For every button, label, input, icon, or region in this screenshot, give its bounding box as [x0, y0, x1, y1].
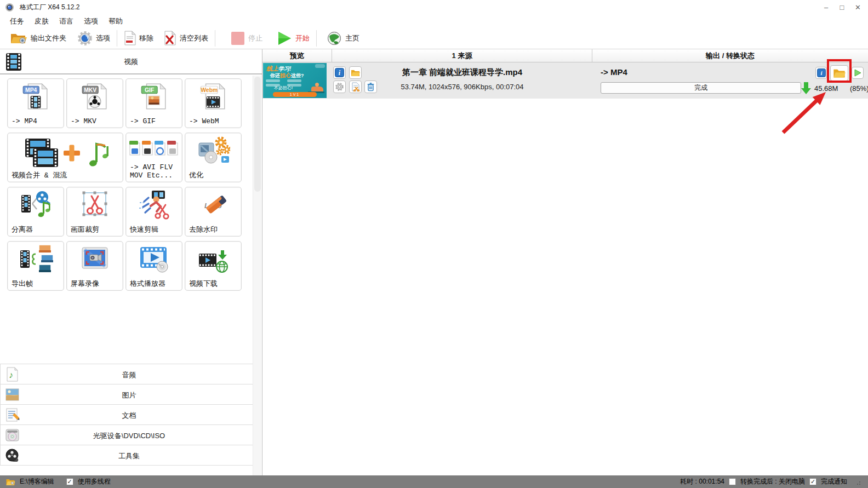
clear-list-button[interactable]: 清空列表 — [160, 29, 212, 47]
tool-to-mkv[interactable]: MKV -> MKV — [66, 78, 123, 128]
merge-film-music-icon — [13, 137, 117, 170]
sidebar-section-image[interactable]: 图片 — [0, 384, 258, 405]
toolbar-separator — [215, 30, 215, 47]
remove-label: 移除 — [139, 33, 153, 43]
tool-quick-clip[interactable]: 快速剪辑 — [125, 187, 182, 237]
tool-label: 去除水印 — [189, 226, 239, 234]
tool-screen-record[interactable]: 屏幕录像 — [66, 241, 123, 291]
shutdown-label: 转换完成后 : 关闭电脑 — [740, 477, 805, 486]
task-row[interactable]: 线上学习! 你还担心这些? 不必担心! 1V1 i — [262, 62, 868, 99]
output-path-label: E:\博客编辑 — [20, 477, 54, 486]
tool-optimize[interactable]: 优化 — [185, 133, 242, 182]
sidebar-scrollbar[interactable] — [253, 76, 261, 475]
tool-label: 分离器 — [12, 226, 61, 234]
menu-help[interactable]: 帮助 — [104, 15, 127, 27]
output-percent: (85%) — [850, 84, 868, 93]
sidebar-section-video[interactable]: 视频 — [0, 49, 262, 74]
tool-label: 视频合并 & 混流 — [12, 171, 121, 180]
sidebar-section-audio[interactable]: ♪ 音频 — [0, 364, 258, 384]
crop-scissors-icon — [79, 190, 111, 220]
tool-to-gif[interactable]: GIF -> GIF — [125, 78, 182, 128]
menu-options[interactable]: 选项 — [79, 15, 102, 27]
remove-button[interactable]: 移除 — [121, 29, 157, 47]
menubar: 任务 皮肤 语言 选项 帮助 — [0, 15, 868, 27]
category-list: ♪ 音频 图片 — [0, 364, 258, 466]
category-label: 文档 — [1, 411, 258, 421]
thumb-illustration — [315, 83, 319, 87]
toolbar-separator — [117, 30, 117, 47]
svg-text:MKV: MKV — [84, 87, 96, 93]
tool-export-frames[interactable]: 导出帧 — [7, 241, 64, 291]
statusbar: E:\博客编辑 ✓ 使用多线程 耗时 : 00:01:54 转换完成后 : 关闭… — [0, 475, 868, 488]
tool-label: 屏幕录像 — [71, 280, 121, 288]
tool-to-avi-flv-mov[interactable]: -> AVI FLV MOV Etc... — [125, 133, 182, 182]
resize-grip[interactable] — [855, 479, 860, 485]
play-icon — [854, 69, 861, 77]
options-button[interactable]: 选项 — [74, 29, 113, 48]
category-label: 音频 — [1, 370, 258, 380]
menu-language[interactable]: 语言 — [55, 15, 78, 27]
output-play-button[interactable] — [852, 67, 864, 79]
notify-checkbox[interactable]: ✓ — [809, 478, 816, 485]
tool-label: 快速剪辑 — [130, 226, 180, 234]
preview-thumbnail[interactable]: 线上学习! 你还担心这些? 不必担心! 1V1 — [263, 63, 327, 98]
scrollbar-thumb[interactable] — [254, 77, 261, 192]
menu-skin[interactable]: 皮肤 — [30, 15, 53, 27]
list-header: 预览 1 来源 输出 / 转换状态 — [262, 49, 868, 62]
tool-video-merge-mux[interactable]: 视频合并 & 混流 — [7, 133, 123, 182]
sidebar: 视频 MP4 -> MP4 — [0, 49, 262, 475]
sidebar-section-toolset[interactable]: 工具集 — [0, 445, 258, 466]
shutdown-checkbox[interactable] — [729, 478, 736, 485]
window-title: 格式工厂 X64 5.12.2 — [20, 3, 79, 12]
statusbar-folder-icon[interactable] — [5, 478, 15, 486]
output-folder-button[interactable]: 输出文件夹 — [7, 30, 70, 47]
logo-eraser-icon: Logo — [197, 190, 230, 220]
start-label: 开始 — [295, 33, 310, 43]
optimize-gears-icon — [196, 135, 230, 166]
tool-to-webm[interactable]: Webm -> WebM — [185, 78, 242, 128]
tool-remove-watermark[interactable]: Logo 去除水印 — [185, 187, 242, 237]
tool-label: -> MKV — [71, 117, 121, 125]
clear-list-icon — [163, 31, 176, 45]
output-info-button[interactable]: i — [815, 67, 827, 79]
source-filename: 第一章 前端就业班课程导学.mp4 — [332, 67, 592, 78]
progress-bar: 完成 — [601, 82, 801, 94]
close-button[interactable]: ✕ — [850, 0, 866, 15]
category-label: 图片 — [1, 391, 258, 400]
tool-video-download[interactable]: 视频下载 — [185, 241, 242, 291]
maximize-button[interactable]: □ — [834, 0, 850, 15]
stop-button[interactable]: 停止 — [227, 30, 266, 47]
menu-tasks[interactable]: 任务 — [5, 15, 28, 27]
video-download-icon — [197, 249, 230, 273]
sidebar-section-document[interactable]: 文档 — [0, 404, 258, 425]
output-folder-label: 输出文件夹 — [31, 33, 66, 43]
start-icon — [277, 31, 292, 46]
column-header-preview: 预览 — [262, 49, 332, 62]
thumb-subline: 你还担心这些? — [270, 72, 304, 79]
tool-crop[interactable]: 画面裁剪 — [66, 187, 123, 237]
tool-label: -> MP4 — [12, 117, 61, 125]
output-format: -> MP4 — [601, 67, 627, 77]
tool-splitter[interactable]: 分离器 — [7, 187, 64, 237]
multithread-checkbox[interactable]: ✓ — [66, 478, 73, 485]
toolbar: 输出文件夹 选项 移除 — [0, 27, 868, 49]
start-button[interactable]: 开始 — [273, 29, 313, 48]
minimize-button[interactable]: – — [818, 0, 834, 15]
category-label: 光驱设备\DVD\CD\ISO — [1, 431, 258, 441]
svg-text:MP4: MP4 — [25, 87, 37, 93]
toolbar-separator — [316, 30, 317, 47]
thumb-pill — [287, 79, 301, 82]
stop-icon — [231, 31, 245, 45]
thumb-banner: 1V1 — [273, 92, 317, 97]
clear-list-label: 清空列表 — [180, 33, 208, 43]
tool-format-player[interactable]: 格式播放器 — [125, 241, 182, 291]
tool-label: 优化 — [189, 171, 239, 180]
options-gear-icon — [77, 31, 93, 46]
sidebar-section-disc[interactable]: 光驱设备\DVD\CD\ISO — [0, 424, 258, 445]
home-button[interactable]: 主页 — [323, 29, 363, 48]
gif-file-icon: GIF — [139, 81, 169, 112]
titlebar: 格式工厂 X64 5.12.2 – □ ✕ — [0, 0, 868, 15]
tool-label: 画面裁剪 — [71, 226, 121, 234]
tool-label: -> AVI FLV MOV Etc... — [130, 163, 180, 180]
tool-to-mp4[interactable]: MP4 -> MP4 — [7, 78, 64, 128]
